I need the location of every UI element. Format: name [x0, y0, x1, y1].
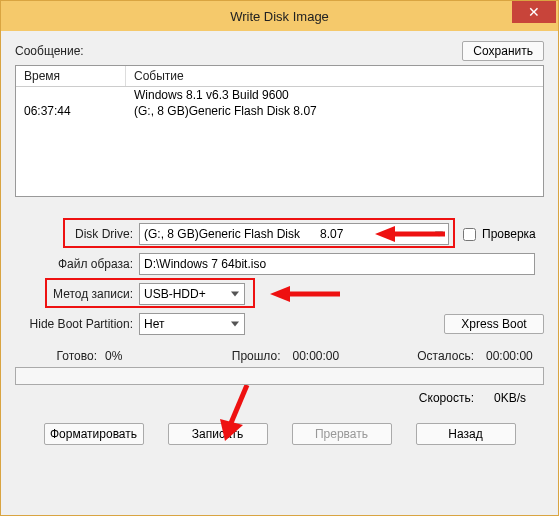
speed-value: 0KB/s: [494, 391, 544, 405]
disk-drive-label: Disk Drive:: [15, 227, 139, 241]
remain-label: Осталось:: [417, 349, 474, 363]
client-area: Сообщение: Сохранить Время Событие Windo…: [1, 31, 558, 457]
save-button[interactable]: Сохранить: [462, 41, 544, 61]
speed-row: Скорость: 0KB/s: [15, 391, 544, 405]
write-method-label: Метод записи:: [15, 287, 139, 301]
svg-marker-3: [270, 286, 290, 302]
speed-label: Скорость:: [419, 391, 474, 405]
message-row: Сообщение: Сохранить: [15, 41, 544, 61]
close-icon: ✕: [528, 5, 540, 19]
log-col-time[interactable]: Время: [16, 66, 126, 86]
image-file-label: Файл образа:: [15, 257, 139, 271]
title-bar: Write Disk Image ✕: [1, 1, 558, 31]
back-button[interactable]: Назад: [416, 423, 516, 445]
log-col-event[interactable]: Событие: [126, 66, 543, 86]
verify-label: Проверка: [482, 227, 536, 241]
hide-boot-label: Hide Boot Partition:: [15, 317, 139, 331]
window-title: Write Disk Image: [1, 9, 558, 24]
write-method-row: Метод записи:: [15, 283, 544, 305]
progress-info-row: Готово: 0% Прошло: 00:00:00 Осталось: 00…: [15, 349, 544, 363]
remain-value: 00:00:00: [474, 349, 544, 363]
xpress-boot-button[interactable]: Xpress Boot: [444, 314, 544, 334]
disk-drive-select[interactable]: [139, 223, 449, 245]
log-row: 06:37:44 (G:, 8 GB)Generic Flash Disk 8.…: [16, 103, 543, 119]
verify-checkbox-input[interactable]: [463, 228, 476, 241]
arrow-icon: [270, 286, 340, 302]
button-row: Форматировать Записать Прервать Назад: [15, 423, 544, 445]
log-row: Windows 8.1 v6.3 Build 9600: [16, 87, 543, 103]
log-cell-event: (G:, 8 GB)Generic Flash Disk 8.07: [126, 103, 543, 119]
log-cell-time: [16, 87, 126, 103]
log-cell-time: 06:37:44: [16, 103, 126, 119]
progress-bar: [15, 367, 544, 385]
form-area: Disk Drive: Проверка Файл образа:: [15, 223, 544, 445]
image-file-row: Файл образа:: [15, 253, 544, 275]
log-header: Время Событие: [16, 66, 543, 87]
ready-label: Готово:: [15, 349, 105, 363]
close-button[interactable]: ✕: [512, 1, 556, 23]
format-button[interactable]: Форматировать: [44, 423, 144, 445]
message-label: Сообщение:: [15, 44, 462, 58]
abort-button: Прервать: [292, 423, 392, 445]
log-cell-event: Windows 8.1 v6.3 Build 9600: [126, 87, 543, 103]
window: Write Disk Image ✕ Сообщение: Сохранить …: [0, 0, 559, 516]
disk-drive-row: Disk Drive: Проверка: [15, 223, 544, 245]
write-method-select[interactable]: [139, 283, 245, 305]
elapsed-label: Прошло:: [232, 349, 281, 363]
log-body[interactable]: Windows 8.1 v6.3 Build 9600 06:37:44 (G:…: [16, 87, 543, 196]
log-box: Время Событие Windows 8.1 v6.3 Build 960…: [15, 65, 544, 197]
elapsed-value: 00:00:00: [281, 349, 351, 363]
write-button[interactable]: Записать: [168, 423, 268, 445]
hide-boot-select[interactable]: [139, 313, 245, 335]
verify-checkbox[interactable]: Проверка: [459, 225, 536, 244]
hide-boot-row: Hide Boot Partition: Xpress Boot: [15, 313, 544, 335]
ready-value: 0%: [105, 349, 165, 363]
image-file-input[interactable]: [139, 253, 535, 275]
